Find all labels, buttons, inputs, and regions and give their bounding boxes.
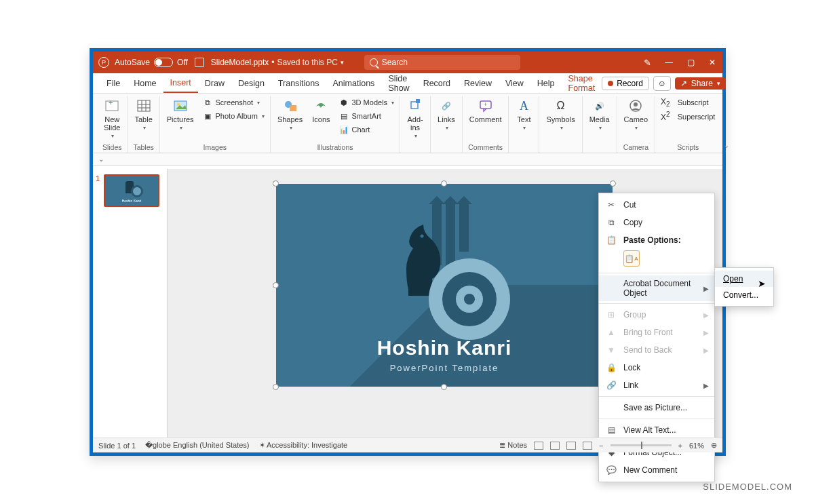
workspace: 1 Hoshin Kanri Hoshin Kanri PowerPoint T… [93, 169, 722, 438]
target-graphic-icon [429, 258, 510, 340]
feedback-button[interactable]: ☺ [653, 76, 671, 91]
group-label-scripts: Scripts [677, 143, 699, 153]
shapes-icon [282, 98, 298, 114]
group-icon: ⊞ [606, 309, 617, 320]
ctx-lock[interactable]: 🔒Lock [599, 359, 714, 376]
slideshow-view-button[interactable] [583, 442, 592, 450]
close-button[interactable]: ✕ [708, 58, 717, 67]
tab-shape-format[interactable]: Shape Format [562, 73, 602, 93]
slide-thumbnail[interactable]: 1 Hoshin Kanri [97, 174, 163, 207]
selection-handle[interactable] [273, 384, 279, 390]
tab-animations[interactable]: Animations [326, 73, 382, 93]
slide-counter[interactable]: Slide 1 of 1 [98, 442, 136, 450]
ctx-new-comment[interactable]: 💬New Comment [599, 461, 714, 479]
tab-transitions[interactable]: Transitions [271, 73, 326, 93]
tab-record[interactable]: Record [416, 73, 457, 93]
sorter-view-button[interactable] [550, 442, 560, 450]
ctx-save-as-picture[interactable]: Save as Picture... [599, 399, 714, 416]
cameo-button[interactable]: Cameo▾ [621, 96, 651, 132]
fit-to-window-button[interactable]: ⊕ [711, 441, 717, 450]
share-button[interactable]: ↗Share▾ [675, 77, 726, 90]
link-icon: 🔗 [606, 380, 617, 391]
selection-handle[interactable] [273, 282, 279, 288]
screenshot-button[interactable]: ⧉Screenshot▾ [201, 96, 266, 109]
document-filename[interactable]: SlideModel.pptx [211, 58, 269, 67]
comment-button[interactable]: +Comment [467, 96, 505, 125]
selection-handle[interactable] [610, 180, 616, 187]
ctx-acrobat-object[interactable]: Acrobat Document Object▶ [599, 275, 714, 301]
new-slide-button[interactable]: +New Slide▾ [101, 96, 123, 140]
maximize-button[interactable]: ▢ [686, 58, 695, 67]
selection-handle[interactable] [441, 384, 447, 390]
subscript-button[interactable]: X2 Subscript [659, 96, 716, 109]
svg-point-8 [177, 103, 180, 106]
slide-thumbnail-panel[interactable]: 1 Hoshin Kanri [93, 169, 168, 438]
ribbon-collapse-row[interactable]: ⌄ [93, 153, 722, 166]
zoom-slider[interactable] [610, 444, 672, 446]
tab-draw[interactable]: Draw [198, 73, 231, 93]
table-icon [136, 98, 152, 114]
save-status[interactable]: Saved to this PC [277, 58, 337, 67]
paste-option-keep-text[interactable]: 📋A [623, 250, 640, 267]
symbols-button[interactable]: ΩSymbols▾ [543, 96, 577, 132]
search-box[interactable]: Search [364, 55, 520, 70]
normal-view-button[interactable] [534, 442, 543, 450]
submenu-convert[interactable]: Convert... [715, 287, 773, 303]
media-button[interactable]: 🔊Media▾ [587, 96, 613, 132]
tab-insert[interactable]: Insert [163, 73, 198, 93]
group-label-images: Images [204, 143, 227, 153]
svg-rect-2 [138, 100, 150, 111]
selection-handle[interactable] [273, 180, 279, 187]
zoom-out-button[interactable]: − [599, 442, 603, 450]
chart-icon: 📊 [338, 124, 349, 135]
language-status[interactable]: �globe English (United States) [145, 441, 249, 450]
superscript-button[interactable]: X2 Superscript [659, 110, 716, 123]
svg-rect-11 [416, 99, 420, 103]
pictures-button[interactable]: Pictures▾ [164, 96, 197, 132]
slide-subtitle: PowerPoint Template [276, 363, 613, 373]
group-label-comments: Comments [468, 143, 503, 153]
photo-album-button[interactable]: ▣Photo Album▾ [201, 110, 266, 122]
group-label-slides: Slides [102, 143, 122, 153]
coming-soon-icon[interactable] [642, 58, 652, 67]
tab-slideshow[interactable]: Slide Show [381, 73, 416, 93]
submenu-open[interactable]: Open [715, 271, 773, 287]
table-button[interactable]: Table▾ [132, 96, 155, 132]
save-icon[interactable] [195, 58, 204, 67]
text-icon: A [516, 98, 532, 114]
autosave-switch-icon[interactable] [154, 58, 173, 67]
ctx-copy[interactable]: ⧉Copy [599, 214, 714, 231]
chart-button[interactable]: 📊Chart [337, 123, 396, 136]
selection-handle[interactable] [441, 180, 447, 187]
slide-canvas[interactable]: Hoshin Kanri PowerPoint Template ✂Cut ⧉C… [168, 169, 722, 438]
accessibility-status[interactable]: ✶ Accessibility: Investigate [259, 441, 348, 450]
text-button[interactable]: AText▾ [513, 96, 535, 132]
ctx-cut[interactable]: ✂Cut [599, 196, 714, 214]
links-button[interactable]: 🔗Links▾ [435, 96, 458, 132]
tab-help[interactable]: Help [530, 73, 562, 93]
minimize-button[interactable]: — [664, 58, 674, 67]
3d-models-button[interactable]: ⬢3D Models▾ [337, 96, 396, 109]
record-button[interactable]: Record [602, 77, 649, 90]
save-status-dropdown-icon[interactable]: ▾ [341, 59, 344, 66]
zoom-in-button[interactable]: + [678, 442, 682, 450]
tab-file[interactable]: File [100, 73, 127, 93]
embedded-object[interactable]: Hoshin Kanri PowerPoint Template [276, 184, 613, 387]
shapes-button[interactable]: Shapes▾ [275, 96, 305, 132]
send-back-icon: ▼ [606, 345, 617, 355]
zoom-level[interactable]: 61% [689, 442, 704, 450]
tab-home[interactable]: Home [127, 73, 163, 93]
tab-design[interactable]: Design [231, 73, 271, 93]
photo-album-icon: ▣ [202, 111, 213, 121]
reading-view-button[interactable] [566, 442, 576, 450]
smartart-button[interactable]: ▤SmartArt [337, 110, 396, 122]
icons-button[interactable]: Icons [309, 96, 332, 125]
ctx-view-alt-text[interactable]: ▤View Alt Text... [599, 421, 714, 439]
ribbon-options-chevron-icon[interactable]: ⌄ [720, 138, 732, 153]
tab-review[interactable]: Review [457, 73, 499, 93]
tab-view[interactable]: View [499, 73, 530, 93]
autosave-toggle[interactable]: AutoSave Off [115, 58, 188, 67]
notes-button[interactable]: ≣ Notes [499, 441, 527, 450]
ctx-link[interactable]: 🔗Link▶ [599, 376, 714, 394]
addins-button[interactable]: Add- ins▾ [404, 96, 426, 140]
